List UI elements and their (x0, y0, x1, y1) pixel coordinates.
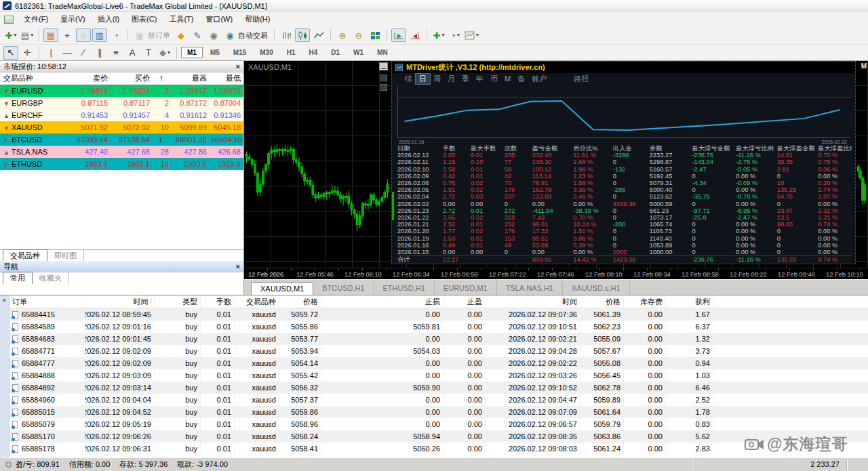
order-cell[interactable]: 0.01 (201, 418, 235, 430)
order-cell[interactable]: xauusd (235, 345, 279, 357)
order-cell[interactable]: 0.94 (666, 357, 713, 369)
order-cell[interactable]: 0.00 (443, 430, 486, 443)
order-cell[interactable]: 2026.02.12 09:04:47 (486, 394, 580, 406)
close-icon[interactable]: × (3, 297, 7, 304)
order-cell[interactable]: buy (155, 308, 201, 321)
order-cell[interactable]: 2026.02.12 09:02:09 (85, 357, 155, 369)
menu-item-insert[interactable]: 插入(I) (92, 12, 125, 26)
order-cell[interactable]: 5059.81 (321, 321, 443, 333)
quote-cell[interactable]: 0.91612 (171, 111, 209, 119)
tile-windows-button[interactable] (368, 28, 382, 42)
order-cell[interactable]: 5061.39 (580, 308, 624, 321)
column-header[interactable]: 买价 (110, 73, 152, 83)
order-cell[interactable]: 0.00 (321, 406, 443, 418)
timeframe-d1[interactable]: D1 (325, 47, 346, 58)
order-cell[interactable]: 0.00 (321, 333, 443, 345)
order-cell[interactable]: buy (155, 321, 201, 333)
minimize-icon[interactable]: ▁ (379, 62, 388, 70)
candlestick-chart[interactable] (244, 61, 391, 268)
order-cell[interactable]: 0.01 (201, 443, 235, 455)
chart-tab-eurusd-m1[interactable]: EURUSD,M1 (435, 282, 497, 295)
order-cell[interactable]: buy (155, 333, 201, 345)
order-cell[interactable]: 6.46 (666, 382, 713, 394)
timeframe-m15[interactable]: M15 (227, 47, 252, 58)
column-header[interactable]: 手数 (201, 295, 235, 308)
order-cell[interactable]: 5057.67 (580, 345, 624, 357)
order-cell[interactable]: 0.01 (201, 430, 235, 443)
order-cell[interactable]: buy (155, 345, 201, 357)
order-cell[interactable]: xauusd (235, 333, 279, 345)
symbol-cell[interactable]: ▲TSLA.NAS (0, 148, 68, 156)
mtdriver-tab[interactable]: 币 (487, 74, 501, 84)
order-cell[interactable]: 65885178 (9, 443, 85, 455)
order-cell[interactable]: 5061.64 (580, 406, 624, 418)
order-cell[interactable]: 0.00 (321, 308, 443, 321)
order-cell[interactable]: 5062.23 (580, 321, 624, 333)
order-cell[interactable]: 6.37 (666, 321, 713, 333)
order-cell[interactable]: xauusd (235, 394, 279, 406)
fibonacci-button[interactable]: ≡ (108, 46, 123, 60)
order-cell[interactable]: 2.83 (666, 443, 713, 455)
auto-scroll-button[interactable] (391, 28, 406, 42)
order-row[interactable]: 658851782026.02.12 09:06:31buy0.01xauusd… (9, 443, 868, 455)
close-icon[interactable]: × (236, 62, 240, 70)
column-header[interactable]: 时间 (486, 295, 580, 308)
order-cell[interactable]: 5056.45 (580, 369, 624, 382)
order-cell[interactable]: 65884888 (9, 369, 85, 382)
order-cell[interactable]: 0.00 (443, 333, 486, 345)
mtdriver-tab[interactable]: M (501, 75, 514, 83)
cursor-button[interactable]: ↖ (3, 46, 18, 60)
timeframe-m5[interactable]: M5 (204, 47, 226, 58)
order-cell[interactable]: 65884683 (9, 333, 85, 345)
channel-button[interactable]: ∥ (92, 46, 107, 60)
symbol-cell[interactable]: ▲EURCHF (0, 111, 68, 119)
order-cell[interactable]: 2026.02.12 09:07:09 (486, 406, 580, 418)
order-cell[interactable]: 5059.79 (580, 418, 624, 430)
quote-cell[interactable]: 28 (152, 148, 171, 156)
order-cell[interactable]: 0.00 (624, 333, 666, 345)
quote-cell[interactable]: 5071.92 (68, 123, 110, 131)
order-cell[interactable]: 65884589 (9, 321, 85, 333)
quote-cell[interactable]: 0.87004 (209, 99, 243, 107)
order-cell[interactable]: 0.00 (624, 443, 666, 455)
order-cell[interactable]: 0.01 (201, 345, 235, 357)
navigator-tab[interactable]: 收藏夹 (33, 272, 69, 284)
strategy-tester-button[interactable]: ◔ (108, 28, 123, 42)
column-header[interactable]: 交易品种 (0, 73, 68, 83)
order-cell[interactable]: 65885170 (9, 430, 85, 443)
column-header[interactable]: ! (152, 75, 171, 83)
order-cell[interactable]: 65885079 (9, 418, 85, 430)
quote-cell[interactable]: 1.18804 (68, 87, 110, 95)
order-cell[interactable]: 5058.96 (279, 418, 321, 430)
order-cell[interactable]: 0.00 (443, 394, 486, 406)
order-cell[interactable]: 2026.02.12 09:02:09 (85, 345, 155, 357)
quote-cell[interactable]: 68001.00 (171, 136, 209, 144)
order-cell[interactable]: 5059.89 (580, 394, 624, 406)
order-cell[interactable]: 0.00 (624, 382, 666, 394)
order-cell[interactable]: buy (155, 443, 201, 455)
timeframe-m1[interactable]: M1 (181, 47, 203, 58)
order-cell[interactable]: 1.67 (666, 308, 713, 321)
chart-tab-tsla-nas-h1[interactable]: TSLA.NAS,H1 (497, 282, 563, 295)
menu-item-help[interactable]: 帮助(H) (239, 12, 276, 26)
order-cell[interactable]: 2026.02.12 09:06:31 (85, 443, 155, 455)
column-header[interactable]: 价格 (279, 295, 321, 308)
menu-item-view[interactable]: 显示(V) (54, 12, 92, 26)
quote-cell[interactable]: 1.18847 (171, 87, 209, 95)
order-cell[interactable]: xauusd (235, 418, 279, 430)
quote-cell[interactable]: 0 (152, 87, 171, 95)
timeframe-w1[interactable]: W1 (347, 47, 370, 58)
column-header[interactable]: 时间∕ (85, 295, 155, 308)
order-cell[interactable]: buy (155, 406, 201, 418)
order-cell[interactable]: 3.73 (666, 345, 713, 357)
symbol-cell[interactable]: ▼EURGBP (0, 99, 68, 107)
symbol-cell[interactable]: ▼EURUSD (0, 87, 68, 95)
order-cell[interactable]: 0.01 (201, 321, 235, 333)
order-cell[interactable]: 5054.03 (321, 345, 443, 357)
new-order-button[interactable]: ▣ (132, 28, 147, 42)
chart-tab-btcusd-h1[interactable]: BTCUSD,H1 (313, 282, 374, 295)
order-cell[interactable]: 5055.08 (580, 357, 624, 369)
order-cell[interactable]: 2026.02.12 09:07:36 (486, 308, 580, 321)
market-watch-row[interactable]: ▼EURUSD1.188041.1880401.188471.18526 (0, 85, 243, 97)
mtdriver-tab[interactable]: 季 (458, 74, 473, 84)
